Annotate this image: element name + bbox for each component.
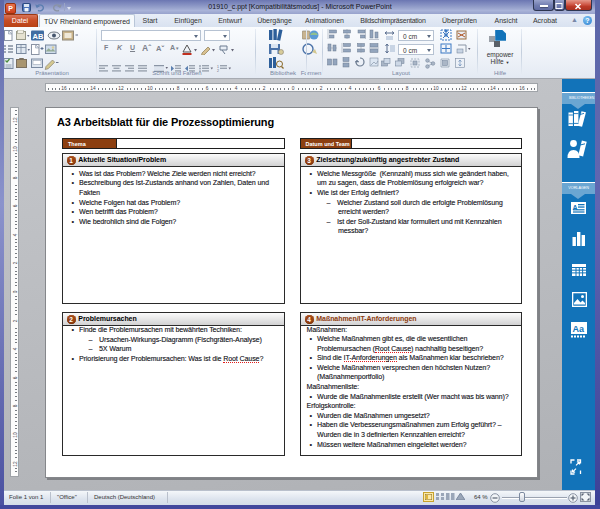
svg-text:AB: AB <box>33 32 44 41</box>
svg-text:Aa: Aa <box>573 324 585 334</box>
svg-text:1: 1 <box>217 65 219 69</box>
